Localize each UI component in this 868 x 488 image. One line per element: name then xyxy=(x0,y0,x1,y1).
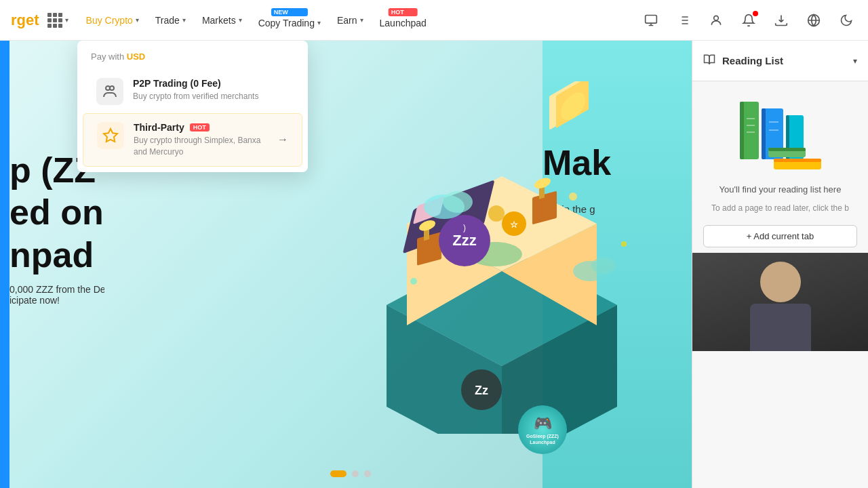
books-svg xyxy=(713,95,848,176)
grid-menu-button[interactable]: ▾ xyxy=(47,13,68,28)
svg-rect-42 xyxy=(762,108,766,159)
list-icon-button[interactable] xyxy=(673,9,694,31)
carousel-dot-2[interactable] xyxy=(352,470,359,477)
svg-point-36 xyxy=(569,192,577,201)
third-party-desc: Buy crypto through Simplex, Banxa and Me… xyxy=(134,135,268,158)
nav-icons xyxy=(640,9,857,31)
nav-buy-crypto[interactable]: Buy Crypto ▾ xyxy=(79,9,146,31)
grid-chevron: ▾ xyxy=(65,16,68,24)
dropdown-item-p2p[interactable]: P2P Trading (0 Fee) Buy crypto from veri… xyxy=(83,70,302,113)
person-head xyxy=(760,262,801,302)
launchpad-badge[interactable]: 🎮 GoSleep (ZZZ) Launchpad xyxy=(518,405,567,454)
nav-earn[interactable]: Earn ▾ xyxy=(330,9,370,31)
nav-markets[interactable]: Markets ▾ xyxy=(195,9,249,31)
chevron-down-icon: ▾ xyxy=(360,16,363,24)
chevron-down-icon: ▾ xyxy=(239,16,242,24)
svg-point-38 xyxy=(621,241,627,247)
chevron-down-icon: ▾ xyxy=(317,19,321,26)
p2p-content: P2P Trading (0 Fee) Buy crypto from veri… xyxy=(133,78,289,102)
nav-launchpad[interactable]: HOT Launchpad xyxy=(373,7,433,34)
p2p-title: P2P Trading (0 Fee) xyxy=(133,78,289,89)
reading-list-header[interactable]: Reading List ▾ xyxy=(692,41,868,81)
nav-copy-trading[interactable]: NEW Copy Trading ▾ xyxy=(252,7,328,34)
third-party-content: Third-Party HOT Buy crypto through Simpl… xyxy=(134,122,268,158)
svg-point-35 xyxy=(591,258,616,274)
hero-sub2: icipate now! xyxy=(9,295,104,306)
svg-text:Zzz: Zzz xyxy=(452,232,476,249)
brand-logo[interactable]: rget xyxy=(11,12,39,29)
person-silhouette xyxy=(750,262,811,351)
launchpad-floating-badge[interactable]: 🎮 GoSleep (ZZZ) Launchpad xyxy=(518,405,567,454)
video-thumbnail[interactable] xyxy=(692,253,868,352)
download-icon-button[interactable] xyxy=(770,9,792,31)
carousel-dot-3[interactable] xyxy=(364,470,371,477)
svg-marker-5 xyxy=(104,129,117,142)
badge-sublabel: Launchpad xyxy=(530,440,555,445)
isometric-illustration: Zzz ) ☆ Zz xyxy=(346,81,658,447)
badge-label: GoSleep (ZZZ) xyxy=(526,434,559,439)
svg-text:): ) xyxy=(463,223,466,232)
svg-rect-46 xyxy=(774,159,821,162)
reading-chevron-icon: ▾ xyxy=(853,56,857,66)
books-illustration xyxy=(713,95,848,176)
third-party-title: Third-Party HOT xyxy=(134,122,268,133)
svg-point-1 xyxy=(714,16,719,20)
hero-line2: ed on xyxy=(9,191,104,233)
svg-rect-48 xyxy=(768,148,806,151)
chevron-down-icon: ▾ xyxy=(136,16,139,24)
hot-badge: HOT xyxy=(389,8,418,16)
user-icon-button[interactable] xyxy=(705,9,727,31)
svg-rect-0 xyxy=(646,15,657,23)
arrow-icon: → xyxy=(277,134,288,146)
nav-trade[interactable]: Trade ▾ xyxy=(149,9,193,31)
grid-icon xyxy=(47,13,62,28)
pay-with-label: Pay with USD xyxy=(77,52,308,70)
p2p-icon xyxy=(96,78,123,105)
svg-point-37 xyxy=(410,278,417,285)
hero-sub1: 0,000 ZZZ from the Deposit and xyxy=(9,284,104,295)
svg-point-4 xyxy=(110,86,114,90)
reading-list-body: You'll find your reading list here To ad… xyxy=(692,81,868,488)
site-content: Pay with USD P2P Trading (0 Fee) Buy cry… xyxy=(9,41,692,488)
video-face xyxy=(692,253,868,352)
hero-text-partial: p (ZZ ed on npad 0,000 ZZZ from the Depo… xyxy=(9,149,104,306)
carousel-dot-1[interactable] xyxy=(330,470,347,477)
main-area: Pay with USD P2P Trading (0 Fee) Buy cry… xyxy=(0,41,868,488)
svg-point-29 xyxy=(488,205,505,222)
reading-sub-text: To add a page to read later, click the b xyxy=(701,197,860,220)
globe-icon-button[interactable] xyxy=(803,9,825,31)
svg-text:Zz: Zz xyxy=(475,384,488,397)
buy-crypto-dropdown: Pay with USD P2P Trading (0 Fee) Buy cry… xyxy=(77,41,308,172)
dropdown-item-third-party[interactable]: Third-Party HOT Buy crypto through Simpl… xyxy=(83,113,302,167)
reading-list-icon xyxy=(703,54,715,68)
svg-point-33 xyxy=(443,191,473,213)
third-party-icon xyxy=(97,122,124,149)
iso-svg: Zzz ) ☆ Zz xyxy=(346,81,658,434)
p2p-desc: Buy crypto from verified merchants xyxy=(133,91,289,102)
left-accent-bar xyxy=(0,41,9,488)
display-icon-button[interactable] xyxy=(640,9,662,31)
add-current-tab-button[interactable]: + Add current tab xyxy=(703,225,857,247)
svg-rect-40 xyxy=(740,102,744,159)
moon-icon-button[interactable] xyxy=(835,9,857,31)
notification-dot xyxy=(753,11,758,16)
navbar: rget ▾ Buy Crypto ▾ Trade ▾ Markets ▾ NE… xyxy=(0,0,868,41)
currency-label: USD xyxy=(127,52,145,62)
person-body xyxy=(750,304,811,351)
reading-panel: Reading List ▾ xyxy=(692,41,868,488)
chevron-down-icon: ▾ xyxy=(182,16,186,24)
hot-badge: HOT xyxy=(190,123,210,131)
hero-line3: npad xyxy=(9,234,104,276)
gosleep-icon: 🎮 xyxy=(534,415,552,432)
video-inner xyxy=(692,253,868,352)
reading-list-title: Reading List xyxy=(722,55,846,66)
bell-icon-button[interactable] xyxy=(738,9,760,31)
svg-text:☆: ☆ xyxy=(510,220,518,230)
new-badge: NEW xyxy=(271,8,308,16)
carousel-dots xyxy=(330,470,371,477)
reading-body-text: You'll find your reading list here xyxy=(709,183,852,197)
